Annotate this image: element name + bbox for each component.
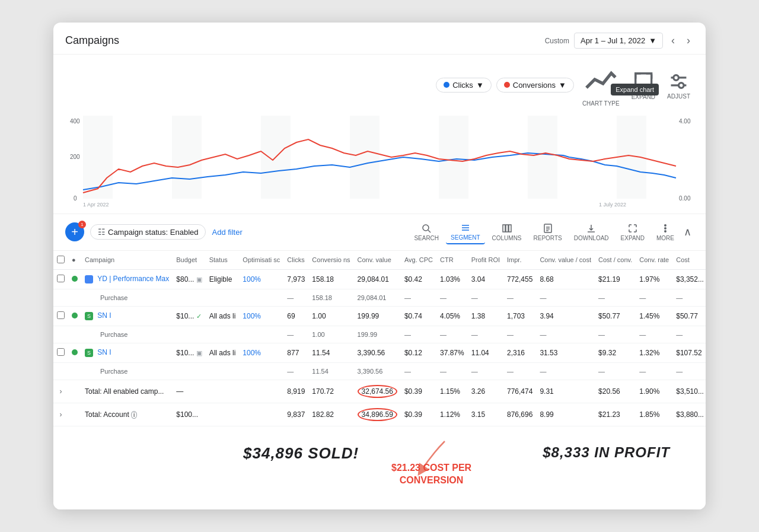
- adjust-label: ADJUST: [667, 93, 690, 100]
- subrow-name: Purchase: [81, 326, 173, 343]
- segment-button[interactable]: SEGMENT: [446, 220, 484, 244]
- row-clicks: 69: [283, 306, 308, 326]
- campaign-status-filter[interactable]: ☷ Campaign status: Enabled: [90, 224, 206, 240]
- clicks-metric-button[interactable]: Clicks ▼: [436, 78, 492, 93]
- row-checkbox[interactable]: [53, 269, 68, 289]
- row-campaign-name[interactable]: S SN I: [81, 343, 173, 362]
- campaigns-table: ● Campaign Budget Status Optimisati sc C…: [53, 251, 706, 426]
- row-profit-roi: 3.04: [468, 269, 503, 289]
- row-status: Eligible: [206, 269, 240, 289]
- filter-icon: ☷: [98, 227, 106, 237]
- toolbar-right: SEARCH SEGMENT COLUMNS REPORTS DOWNLOAD …: [409, 220, 694, 244]
- sn-icon: S: [85, 312, 93, 320]
- header-checkbox-col[interactable]: [53, 251, 68, 270]
- reports-button[interactable]: REPORTS: [529, 221, 567, 244]
- expand-icon[interactable]: ›: [60, 387, 62, 396]
- date-range-label: Custom: [545, 37, 569, 45]
- row-checkbox[interactable]: [53, 306, 68, 326]
- row-conv-value-cost: 31.53: [536, 343, 595, 362]
- row-conv-rate: 1.45%: [636, 306, 672, 326]
- clicks-dot: [444, 82, 449, 88]
- row-status-indicator: [68, 343, 81, 362]
- row-conv-value-cost: 8.68: [536, 269, 595, 289]
- row-clicks: 7,973: [283, 269, 308, 289]
- header-ctr[interactable]: CTR: [436, 251, 468, 270]
- subrow-name: Purchase: [81, 362, 173, 380]
- date-picker[interactable]: Apr 1 – Jul 1, 2022 ▼: [574, 33, 663, 49]
- row-conv-value-cost: 3.94: [536, 306, 595, 326]
- info-icon: i: [131, 411, 137, 419]
- row-campaign-name[interactable]: YD | Performance Max: [81, 269, 173, 289]
- row-campaign-name[interactable]: S SN I: [81, 306, 173, 326]
- expand-table-label: EXPAND: [621, 235, 645, 241]
- header-status[interactable]: Status: [206, 251, 240, 270]
- svg-rect-15: [350, 116, 380, 199]
- header-conv-rate[interactable]: Conv. rate: [636, 251, 672, 270]
- campaign-link[interactable]: SN I: [97, 311, 111, 320]
- sub-row: Purchase — 158.18 29,084.01 — — — — — — …: [53, 289, 706, 306]
- row-ctr: 4.05%: [436, 306, 468, 326]
- header-conversions[interactable]: Conversio ns: [308, 251, 353, 270]
- campaign-link-2[interactable]: SN I: [97, 348, 111, 356]
- add-button[interactable]: + 1: [65, 222, 84, 241]
- header-cost[interactable]: Cost: [672, 251, 706, 270]
- highlighted-conv-value: 32,674.56: [358, 385, 397, 398]
- header-budget[interactable]: Budget: [173, 251, 205, 270]
- add-filter-button[interactable]: Add filter: [212, 228, 242, 237]
- header-conv-value[interactable]: Conv. value: [354, 251, 401, 270]
- columns-button[interactable]: COLUMNS: [487, 221, 527, 244]
- collapse-button[interactable]: ∧: [681, 223, 694, 241]
- more-label: MORE: [656, 235, 674, 241]
- svg-text:400: 400: [70, 118, 80, 125]
- search-button[interactable]: SEARCH: [409, 221, 444, 244]
- row-conv-rate: 1.97%: [636, 269, 672, 289]
- add-badge: 1: [78, 221, 86, 228]
- row-conversions: 1.00: [308, 306, 353, 326]
- more-button[interactable]: MORE: [652, 221, 679, 244]
- toolbar: + 1 ☷ Campaign status: Enabled Add filte…: [53, 214, 706, 251]
- select-all-checkbox[interactable]: [57, 256, 65, 263]
- row-avg-cpc: $0.74: [401, 306, 436, 326]
- expand-table-button[interactable]: EXPAND: [616, 221, 649, 244]
- svg-point-3: [674, 75, 679, 81]
- svg-text:0: 0: [74, 195, 77, 202]
- next-period-button[interactable]: ›: [683, 32, 694, 49]
- row-optim-sc: 100%: [239, 306, 283, 326]
- header-conv-value-cost[interactable]: Conv. value / cost: [536, 251, 595, 270]
- row-budget: $10... ▣: [173, 343, 205, 362]
- svg-point-19: [423, 225, 429, 231]
- header-profit-roi[interactable]: Profit ROI: [468, 251, 503, 270]
- row-avg-cpc: $0.42: [401, 269, 436, 289]
- status-dot: [72, 349, 78, 355]
- columns-label: COLUMNS: [492, 235, 522, 241]
- header-cost-conv[interactable]: Cost / conv.: [595, 251, 636, 270]
- conversions-metric-button[interactable]: Conversions ▼: [496, 78, 574, 93]
- row-ctr: 1.03%: [436, 269, 468, 289]
- row-profit-roi: 11.04: [468, 343, 503, 362]
- account-label: Total: Account i: [81, 403, 173, 426]
- chart-controls: Clicks ▼ Conversions ▼ CHART TYPE EXPAND…: [65, 60, 694, 109]
- page-title: Campaigns: [65, 34, 119, 47]
- svg-line-20: [428, 230, 430, 232]
- title-bar: Campaigns Custom Apr 1 – Jul 1, 2022 ▼ ‹…: [53, 23, 706, 55]
- row-conv-value: 199.99: [354, 306, 401, 326]
- conversions-dot: [504, 82, 510, 88]
- campaign-link[interactable]: YD | Performance Max: [97, 275, 169, 283]
- adjust-chart-button[interactable]: ADJUST: [664, 68, 694, 102]
- chart-svg: 400 200 0 4.00 0.00 1 Apr 2022 1 July 20…: [65, 113, 694, 208]
- row-checkbox[interactable]: [53, 343, 68, 362]
- expand-icon-2[interactable]: ›: [60, 410, 62, 419]
- header-clicks[interactable]: Clicks: [283, 251, 308, 270]
- total-row-all-enabled: › Total: All enabled camp... — 8,919 170…: [53, 380, 706, 403]
- header-avg-cpc[interactable]: Avg. CPC: [401, 251, 436, 270]
- row-impr: 772,455: [503, 269, 536, 289]
- download-button[interactable]: DOWNLOAD: [569, 221, 614, 244]
- svg-rect-17: [528, 116, 557, 199]
- header-impr[interactable]: Impr.: [503, 251, 536, 270]
- header-campaign[interactable]: Campaign: [81, 251, 173, 270]
- segment-label: SEGMENT: [451, 234, 480, 241]
- header-optim-sc[interactable]: Optimisati sc: [239, 251, 283, 270]
- prev-period-button[interactable]: ‹: [668, 32, 678, 49]
- chart-area: Clicks ▼ Conversions ▼ CHART TYPE EXPAND…: [53, 55, 706, 214]
- conversions-chevron-icon: ▼: [559, 81, 566, 90]
